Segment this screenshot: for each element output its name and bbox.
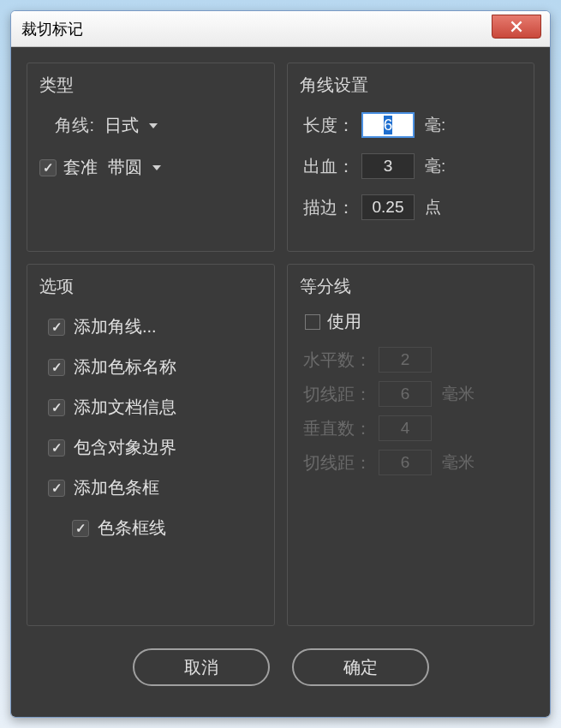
- color-bar-line-checkbox[interactable]: [72, 520, 89, 537]
- hcut-input: [379, 381, 432, 407]
- stroke-unit: 点: [425, 196, 441, 218]
- add-corner-checkbox[interactable]: [48, 319, 65, 336]
- close-button[interactable]: [492, 15, 541, 39]
- vcount-label: 垂直数：: [300, 417, 372, 440]
- add-corner-label: 添加角线...: [74, 315, 157, 338]
- type-title: 类型: [39, 74, 262, 97]
- registration-value: 带圆: [108, 156, 142, 179]
- add-swatch-name-checkbox[interactable]: [48, 359, 65, 376]
- vcut-unit: 毫米: [442, 451, 474, 474]
- chevron-down-icon: [152, 165, 161, 170]
- options-panel: 选项 添加角线... 添加色标名称 添加文档信息 包含对象边界 添加色条框 色条…: [27, 264, 275, 626]
- registration-select[interactable]: 带圆: [104, 154, 164, 181]
- corner-style-value: 日式: [104, 114, 139, 137]
- stroke-label: 描边：: [300, 196, 355, 219]
- bleed-input[interactable]: [361, 153, 415, 179]
- add-color-bar-checkbox[interactable]: [48, 480, 65, 497]
- corner-style-label: 角线:: [39, 114, 94, 137]
- cancel-button[interactable]: 取消: [133, 648, 270, 686]
- registration-label: 套准: [63, 156, 98, 179]
- division-title: 等分线: [300, 275, 522, 298]
- hcount-input: [379, 347, 432, 373]
- corner-settings-title: 角线设置: [300, 74, 522, 97]
- titlebar[interactable]: 裁切标记: [11, 11, 550, 47]
- ok-button[interactable]: 确定: [292, 648, 429, 686]
- hcount-label: 水平数：: [300, 349, 372, 372]
- vcut-input: [379, 450, 432, 475]
- add-doc-info-checkbox[interactable]: [48, 399, 65, 416]
- length-label: 长度：: [300, 114, 355, 137]
- include-object-bounds-checkbox[interactable]: [48, 439, 65, 456]
- length-input[interactable]: [361, 112, 415, 138]
- use-division-checkbox[interactable]: [305, 314, 320, 330]
- add-swatch-name-label: 添加色标名称: [74, 355, 176, 379]
- add-doc-info-label: 添加文档信息: [74, 396, 176, 419]
- add-color-bar-label: 添加色条框: [74, 476, 159, 499]
- vcut-label: 切线距：: [300, 451, 372, 474]
- bleed-unit: 毫:: [425, 155, 445, 177]
- color-bar-line-label: 色条框线: [98, 516, 166, 540]
- use-division-label: 使用: [327, 310, 361, 333]
- include-object-bounds-label: 包含对象边界: [74, 436, 176, 459]
- registration-checkbox[interactable]: [39, 159, 57, 176]
- hcut-label: 切线距：: [300, 383, 372, 406]
- corner-style-select[interactable]: 日式: [101, 112, 161, 139]
- hcut-unit: 毫米: [442, 383, 474, 405]
- length-unit: 毫:: [425, 114, 445, 136]
- dialog-body: 类型 角线: 日式 套准 带圆: [11, 47, 550, 717]
- button-row: 取消 确定: [27, 638, 534, 701]
- vcount-input: [379, 415, 432, 441]
- corner-settings-panel: 角线设置 长度： 毫: 出血： 毫: 描边： 点: [287, 63, 534, 252]
- bleed-label: 出血：: [300, 155, 355, 178]
- dialog-window: 裁切标记 类型 角线: 日式 套准 带圆: [10, 10, 551, 718]
- close-icon: [510, 21, 522, 33]
- division-panel: 等分线 使用 水平数： 切线距： 毫米 垂直数：: [287, 264, 534, 626]
- window-title: 裁切标记: [21, 19, 83, 39]
- stroke-input[interactable]: [361, 194, 415, 220]
- options-title: 选项: [39, 275, 262, 298]
- type-panel: 类型 角线: 日式 套准 带圆: [27, 63, 275, 252]
- chevron-down-icon: [149, 123, 158, 128]
